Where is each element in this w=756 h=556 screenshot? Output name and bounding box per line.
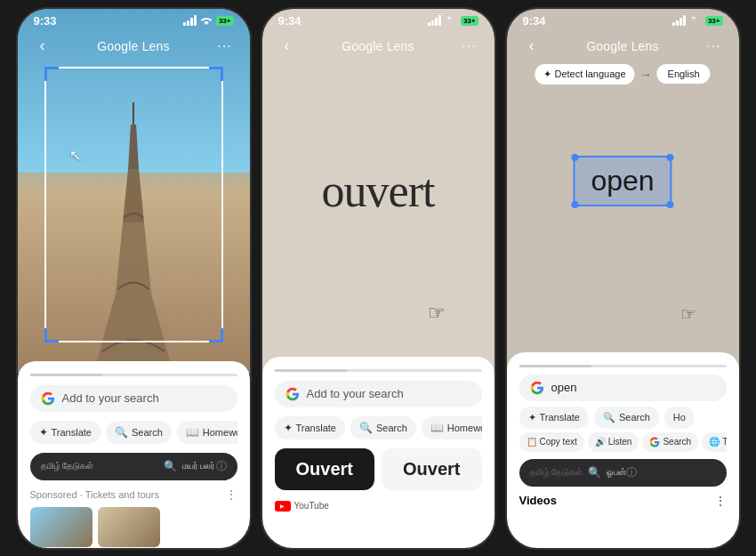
search-bar-1[interactable]: Add to your search — [30, 385, 237, 412]
phone-3: 9:34 33+ ‹ Google Lens ··· — [505, 7, 741, 550]
search-icon-2: 🔍 — [359, 422, 373, 434]
search-label-2: Search — [376, 423, 407, 433]
time-3: 9:34 — [523, 14, 546, 28]
search-bar-2[interactable]: Add to your search — [275, 381, 482, 407]
homework-icon-1: 📖 — [186, 426, 199, 439]
status-bar-2: 9:34 33+ — [262, 9, 495, 29]
copy-icon: 📋 — [527, 437, 537, 447]
more-btn-3[interactable]: ··· — [702, 34, 727, 59]
search-btn-3[interactable]: 🔍 Search — [594, 407, 659, 429]
cursor-hand-3: ☞ — [680, 303, 696, 325]
listen-icon: 🔊 — [595, 437, 606, 447]
translate-icon-3b: 🌐 — [709, 437, 720, 447]
listen-label: Listen — [608, 437, 632, 447]
tamil-text-left-1: தமிழ் தேடுகள் — [41, 461, 158, 471]
corner-tr — [209, 67, 223, 81]
sponsored-more-1[interactable]: ⋮ — [225, 488, 237, 502]
search-label-3: Search — [619, 412, 650, 423]
search-btn-3b[interactable]: Search — [642, 432, 698, 452]
battery-1: 33+ — [216, 16, 234, 26]
signal-bars-2 — [428, 15, 441, 26]
translate-icon-1: ✦ — [39, 426, 48, 439]
detect-label: ✦ Detect language — [543, 68, 625, 80]
videos-more[interactable]: ⋮ — [714, 494, 727, 508]
homework-label-2: Homework — [447, 423, 482, 433]
signal-bars-3 — [672, 15, 686, 26]
dot-br — [667, 201, 674, 208]
more-btn-2[interactable]: ··· — [457, 34, 482, 59]
thumbnail-row-1 — [30, 507, 237, 547]
status-bar-1: 9:33 33+ — [18, 9, 250, 29]
tamil-left-3: தமிழ் தேடுகள் — [530, 467, 583, 478]
secondary-actions-3: 📋 Copy text 🔊 Listen Search — [519, 432, 727, 452]
translate-btn-3[interactable]: ✦ Translate — [519, 407, 589, 429]
back-btn-1[interactable]: ‹ — [30, 34, 55, 59]
google-logo-2 — [286, 387, 300, 401]
info-icon-3: ⓘ — [626, 465, 637, 480]
ouvert-cards: Ouvert Ouvert — [275, 448, 482, 497]
ouvert-card-light: Ouvert — [382, 448, 482, 490]
ouvert-light-text: Ouvert — [403, 459, 460, 479]
detect-lang-bar: ✦ Detect language → English — [535, 64, 710, 85]
thumb-1 — [30, 507, 92, 547]
homework-btn-2[interactable]: 📖 Homework — [422, 416, 482, 439]
wifi-icon-2 — [445, 16, 457, 25]
translate-label-2: Translate — [296, 423, 336, 433]
back-btn-3[interactable]: ‹ — [519, 34, 544, 59]
search-icon-sm-1: 🔍 — [164, 460, 177, 472]
sign-text-ouvert: ouvert — [322, 165, 435, 217]
status-icons-2: 33+ — [428, 15, 479, 26]
battery-3: 33+ — [705, 16, 723, 26]
bottom-panel-1: Add to your search ✦ Translate 🔍 Search … — [18, 361, 250, 548]
homework-btn-1[interactable]: 📖 Homework — [177, 421, 237, 444]
dark-search-1[interactable]: தமிழ் தேடுகள் 🔍 மயர் பலர் ⓘ — [30, 453, 237, 480]
dot-tl — [571, 154, 578, 161]
info-icon-1: ⓘ — [216, 459, 227, 474]
corner-br — [209, 328, 223, 342]
tamil-right-3: ஓபன் — [607, 467, 626, 478]
search-bar-3[interactable]: open — [519, 375, 727, 401]
back-btn-2[interactable]: ‹ — [275, 34, 300, 59]
status-bar-3: 9:34 33+ — [507, 9, 739, 29]
corner-tl — [44, 67, 59, 81]
translate-btn-3b[interactable]: 🌐 Transl — [702, 432, 726, 452]
lens-selection-1 — [44, 67, 223, 342]
translate-btn-2[interactable]: ✦ Translate — [275, 416, 345, 439]
thumb-2 — [98, 507, 160, 547]
bottom-panel-2: Add to your search ✦ Translate 🔍 Search … — [262, 357, 495, 548]
search-placeholder-2: Add to your search — [307, 387, 471, 400]
phone-2: 9:34 33+ ‹ Google Lens ··· — [261, 7, 496, 550]
youtube-row: ▶ YouTube — [275, 501, 482, 512]
nav-title-1: Google Lens — [97, 39, 170, 53]
ho-btn-3[interactable]: Ho — [664, 407, 695, 429]
top-nav-2: ‹ Google Lens ··· — [262, 28, 495, 64]
search-label-1: Search — [132, 427, 163, 438]
detect-language-btn[interactable]: ✦ Detect language — [535, 64, 634, 85]
translate-btn-1[interactable]: ✦ Translate — [30, 421, 101, 444]
translated-word: open — [573, 156, 672, 206]
search-icon-1: 🔍 — [115, 426, 128, 439]
translate-label-1: Translate — [52, 427, 92, 438]
search-icon-sm-3: 🔍 — [588, 466, 601, 479]
more-btn-1[interactable]: ··· — [213, 34, 237, 59]
english-btn[interactable]: English — [657, 64, 711, 84]
copy-text-btn[interactable]: 📋 Copy text — [519, 432, 584, 452]
bottom-panel-3: open ✦ Translate 🔍 Search Ho 📋 — [507, 352, 739, 548]
wifi-icon-1 — [200, 16, 213, 25]
status-icons-3: 33+ — [672, 15, 723, 26]
english-label: English — [668, 68, 700, 79]
videos-row: Videos ⋮ — [519, 494, 727, 508]
tamil-text-right-1: மயர் பலர் — [182, 461, 216, 471]
battery-2: 33+ — [461, 16, 479, 26]
corner-bl — [44, 328, 59, 342]
google-logo-3 — [530, 381, 544, 395]
translated-text: open — [591, 165, 654, 197]
dark-search-3[interactable]: தமிழ் தேடுகள் 🔍 ஓபன் ⓘ — [519, 459, 727, 487]
listen-btn[interactable]: 🔊 Listen — [588, 432, 639, 452]
cursor-hand-2: ☞ — [428, 302, 446, 325]
phones-container: 9:33 33+ ‹ Google Lens ··· — [0, 0, 756, 556]
search-btn-1[interactable]: 🔍 Search — [106, 421, 172, 444]
search-btn-2[interactable]: 🔍 Search — [350, 416, 416, 439]
translate-icon-3: ✦ — [528, 412, 536, 423]
search-placeholder-1: Add to your search — [62, 391, 227, 405]
